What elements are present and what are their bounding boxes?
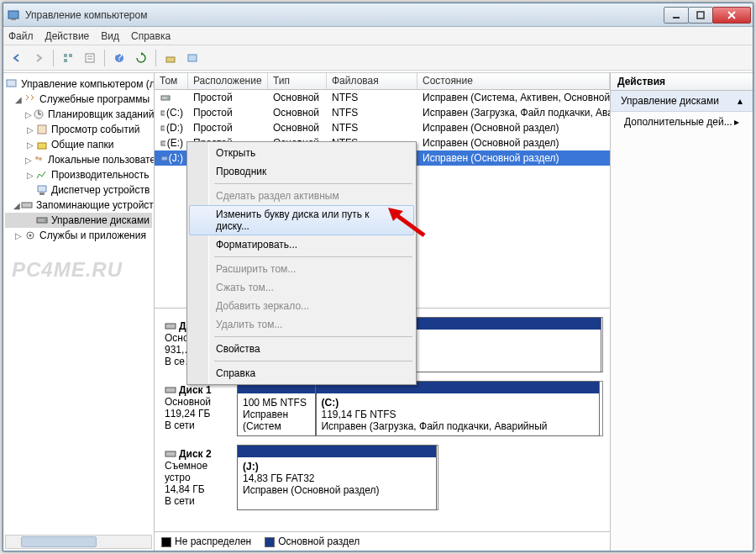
partition[interactable]: 100 МБ NTFSИсправен (Систем: [237, 381, 317, 436]
nav-tree[interactable]: Управление компьютером (л ◢Служебные про…: [3, 73, 155, 551]
watermark: PC4ME.RU: [12, 258, 123, 282]
menu-action[interactable]: Действие: [45, 30, 90, 42]
annotation-arrow: [386, 206, 428, 240]
svg-rect-7: [69, 54, 72, 57]
tree-storage[interactable]: Запоминающие устройст: [36, 199, 154, 211]
disk-row[interactable]: Диск 2Съемное устро14,84 ГБВ сети(J:)14,…: [161, 445, 603, 510]
ctx-change-letter[interactable]: Изменить букву диска или путь к диску...: [189, 205, 414, 235]
partition[interactable]: (C:)119,14 ГБ NTFSИсправен (Загрузка, Фа…: [315, 381, 600, 436]
tree-users[interactable]: Локальные пользовате: [48, 154, 155, 166]
svg-point-30: [29, 235, 32, 237]
svg-rect-25: [39, 193, 45, 195]
svg-rect-39: [161, 156, 167, 161]
svg-point-23: [39, 157, 42, 161]
ctx-mirror: Добавить зеркало...: [189, 297, 414, 315]
refresh-button[interactable]: [131, 48, 151, 68]
actions-pane: Действия Управление дисками▴ Дополнитель…: [610, 73, 753, 551]
ctx-open[interactable]: Открыть: [189, 144, 414, 162]
tree-events[interactable]: Просмотр событий: [51, 124, 139, 135]
maximize-button[interactable]: [688, 7, 713, 24]
tree-perf[interactable]: Производительность: [51, 169, 149, 181]
svg-rect-15: [188, 55, 197, 61]
svg-rect-3: [697, 12, 704, 18]
ctx-properties[interactable]: Свойства: [189, 340, 414, 358]
minimize-button[interactable]: [664, 7, 689, 24]
chevron-right-icon: ▸: [734, 116, 739, 128]
tree-button[interactable]: [58, 48, 78, 68]
svg-rect-40: [165, 324, 176, 329]
svg-rect-14: [166, 57, 175, 62]
window-title: Управление компьютером: [25, 9, 664, 21]
menubar: Файл Действие Вид Справка: [3, 27, 753, 45]
volume-header[interactable]: Том Расположение Тип Файловая система Со…: [155, 73, 610, 90]
titlebar[interactable]: Управление компьютером: [3, 3, 753, 27]
svg-rect-41: [165, 388, 176, 393]
svg-rect-0: [8, 11, 18, 18]
tree-scrollbar[interactable]: [5, 535, 152, 549]
shared-icon: [35, 138, 49, 151]
actions-more[interactable]: Дополнительные дей...▸: [611, 112, 753, 132]
ctx-make-active: Сделать раздел активным: [189, 187, 414, 205]
disk-row[interactable]: Диск 1Основной119,24 ГБВ сети100 МБ NTFS…: [161, 381, 603, 436]
context-menu[interactable]: Открыть Проводник Сделать раздел активны…: [186, 141, 417, 385]
svg-rect-42: [165, 451, 176, 456]
help-button[interactable]: ?: [109, 48, 129, 68]
scheduler-icon: [32, 108, 45, 121]
actions-group-diskmgmt[interactable]: Управление дисками▴: [611, 91, 753, 112]
users-icon: [32, 153, 45, 166]
tree-tools[interactable]: Служебные программы: [39, 93, 150, 105]
svg-rect-16: [7, 80, 16, 87]
tree-services[interactable]: Службы и приложения: [39, 230, 146, 241]
col-volume[interactable]: Том: [155, 73, 188, 89]
ctx-delete: Удалить том...: [189, 315, 414, 334]
storage-icon: [20, 198, 34, 212]
svg-text:?: ?: [117, 52, 123, 63]
col-layout[interactable]: Расположение: [188, 73, 268, 89]
ctx-explorer[interactable]: Проводник: [189, 162, 414, 181]
collapse-icon: ▴: [738, 95, 743, 107]
legend: Не распределен Основной раздел: [155, 531, 610, 551]
volume-row[interactable]: (C:)ПростойОсновнойNTFSИсправен (Загрузк…: [155, 105, 610, 120]
properties-button[interactable]: [80, 48, 100, 68]
legend-unallocated: Не распределен: [161, 536, 251, 547]
svg-rect-1: [11, 18, 16, 20]
svg-rect-20: [38, 125, 46, 134]
partition[interactable]: (J:)14,83 ГБ FAT32Исправен (Основной раз…: [237, 445, 437, 510]
col-type[interactable]: Тип: [268, 73, 327, 89]
tree-diskmgmt[interactable]: Управление дисками: [51, 214, 150, 226]
svg-point-28: [45, 219, 46, 221]
forward-button[interactable]: [29, 48, 49, 68]
perf-icon: [35, 168, 49, 182]
extra2-button[interactable]: [182, 48, 202, 68]
col-fs[interactable]: Файловая система: [327, 73, 417, 89]
menu-help[interactable]: Справка: [131, 30, 171, 42]
close-button[interactable]: [712, 7, 751, 24]
volume-row[interactable]: ПростойОсновнойNTFSИсправен (Система, Ак…: [155, 90, 610, 105]
tree-root[interactable]: Управление компьютером (л: [21, 78, 155, 90]
devmgr-icon: [35, 183, 49, 197]
menu-view[interactable]: Вид: [101, 30, 119, 42]
svg-point-32: [167, 98, 169, 99]
svg-rect-21: [38, 143, 46, 149]
tree-shared[interactable]: Общие папки: [51, 139, 113, 150]
computer-icon: [5, 77, 18, 91]
ctx-extend: Расширить том...: [189, 260, 414, 278]
diskmgmt-icon: [35, 214, 49, 227]
volume-row[interactable]: (D:)ПростойОсновнойNTFSИсправен (Основно…: [155, 120, 610, 135]
legend-primary: Основной раздел: [265, 536, 360, 547]
menu-file[interactable]: Файл: [8, 30, 34, 42]
tree-scheduler[interactable]: Планировщик заданий: [48, 108, 154, 120]
events-icon: [35, 123, 49, 136]
ctx-format[interactable]: Форматировать...: [189, 235, 414, 254]
tree-devmgr[interactable]: Диспетчер устройств: [51, 184, 150, 196]
services-icon: [24, 229, 37, 242]
extra1-button[interactable]: [160, 48, 181, 68]
svg-rect-37: [161, 141, 165, 145]
ctx-help[interactable]: Справка: [189, 364, 414, 383]
app-icon: [7, 8, 20, 22]
svg-rect-35: [161, 126, 165, 130]
svg-rect-6: [64, 54, 67, 57]
svg-rect-8: [64, 59, 67, 62]
back-button[interactable]: [7, 48, 27, 68]
col-status[interactable]: Состояние: [417, 73, 610, 89]
